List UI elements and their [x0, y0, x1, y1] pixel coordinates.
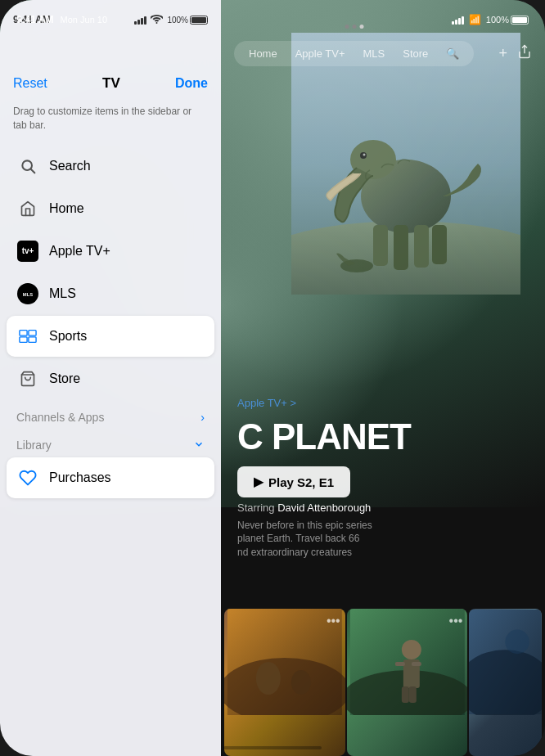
- channels-section-label: Channels & Apps: [16, 411, 104, 424]
- nav-tabs: Home Apple TV+ MLS Store 🔍: [234, 41, 474, 66]
- hero-source[interactable]: Apple TV+ >: [237, 397, 529, 409]
- nav-search-icon[interactable]: 🔍: [438, 44, 467, 63]
- store-icon: [16, 367, 39, 390]
- sidebar-item-mls[interactable]: MLS MLS: [7, 273, 214, 314]
- sidebar-item-purchases[interactable]: Purchases: [7, 457, 214, 498]
- sidebar-item-store[interactable]: Store: [7, 358, 214, 399]
- sidebar-header: Reset TV Done: [0, 33, 221, 101]
- episode-card-3[interactable]: EPISODE Oce Deep world Mosa... Details: [469, 609, 542, 756]
- episode-card-2[interactable]: ••• EPISODE 3 Swamps In a drought-strick…: [347, 609, 468, 756]
- episode-more-button-2[interactable]: •••: [449, 614, 463, 628]
- battery-indicator: 100%: [486, 15, 529, 25]
- svg-text:MLS: MLS: [23, 292, 33, 297]
- svg-point-9: [363, 154, 366, 156]
- nav-add-button[interactable]: +: [498, 45, 507, 62]
- sidebar-item-sports-label: Sports: [49, 329, 87, 344]
- sidebar-reset-button[interactable]: Reset: [13, 76, 47, 91]
- svg-point-26: [469, 650, 542, 715]
- sidebar: 9:41 AM 100% Reset TV Do: [0, 0, 221, 756]
- sidebar-item-search-label: Search: [49, 159, 91, 173]
- svg-rect-33: [29, 330, 36, 335]
- sports-icon: [16, 325, 39, 348]
- svg-rect-32: [20, 330, 27, 335]
- svg-rect-6: [414, 225, 429, 268]
- sidebar-item-mls-label: MLS: [49, 286, 76, 301]
- mls-icon: MLS: [16, 282, 39, 305]
- sidebar-item-purchases-label: Purchases: [49, 470, 111, 485]
- svg-rect-35: [29, 337, 36, 342]
- svg-point-15: [291, 670, 311, 695]
- nav-tab-store[interactable]: Store: [394, 44, 436, 63]
- svg-rect-4: [373, 225, 388, 266]
- appletv-icon: tv+: [16, 240, 39, 263]
- episode-card-1[interactable]: ••• EPISODE 2 Ends ng through a scorchin…: [224, 609, 345, 756]
- svg-rect-24: [409, 686, 417, 703]
- status-bar: 9:41 AM Mon Jun 10 📶 100%: [0, 0, 545, 33]
- svg-point-27: [506, 630, 530, 655]
- status-date: Mon Jun 10: [61, 15, 107, 25]
- hero-starring: Starring David Attenborough: [237, 502, 529, 514]
- sidebar-item-sports[interactable]: Sports: [7, 316, 214, 357]
- svg-point-13: [224, 658, 345, 715]
- nav-tab-appletv[interactable]: Apple TV+: [287, 44, 354, 63]
- svg-point-19: [402, 640, 421, 659]
- sidebar-items-list: Search Home tv+ Apple TV+: [0, 146, 221, 399]
- library-chevron-icon: [193, 439, 205, 452]
- nav-bar: Home Apple TV+ MLS Store 🔍 +: [221, 33, 545, 74]
- svg-rect-34: [20, 337, 27, 342]
- channels-section-header[interactable]: Channels & Apps ›: [0, 401, 221, 429]
- status-time: 9:41 AM: [16, 14, 54, 25]
- library-section-header[interactable]: Library: [0, 429, 221, 457]
- status-icons: 📶 100%: [452, 14, 529, 25]
- sidebar-done-button[interactable]: Done: [175, 76, 208, 91]
- svg-line-29: [31, 169, 35, 173]
- wifi-icon: 📶: [469, 14, 481, 25]
- svg-rect-7: [432, 225, 447, 264]
- sidebar-item-search[interactable]: Search: [7, 146, 214, 187]
- hero-description: Never before in this epic seriesplanet E…: [237, 519, 529, 560]
- nav-right-buttons: +: [498, 44, 532, 63]
- sidebar-title: TV: [102, 75, 120, 92]
- sidebar-item-store-label: Store: [49, 371, 80, 386]
- sidebar-item-appletv[interactable]: tv+ Apple TV+: [7, 231, 214, 272]
- play-icon: ▶: [254, 475, 263, 489]
- home-indicator: [223, 746, 322, 749]
- episode-more-button-1[interactable]: •••: [327, 614, 340, 628]
- channels-chevron-icon: ›: [200, 411, 205, 424]
- home-icon: [16, 197, 39, 220]
- library-section-label: Library: [16, 439, 52, 452]
- svg-rect-5: [394, 225, 408, 270]
- play-button-label: Play S2, E1: [268, 475, 334, 489]
- signal-icon: [452, 15, 464, 25]
- sidebar-drag-hint: Drag to customize items in the sidebar o…: [0, 101, 221, 146]
- nav-tab-home[interactable]: Home: [241, 44, 286, 63]
- svg-rect-22: [412, 662, 421, 666]
- sidebar-item-home-label: Home: [49, 201, 84, 216]
- play-button[interactable]: ▶ Play S2, E1: [237, 466, 350, 497]
- search-icon: [16, 155, 39, 178]
- svg-rect-21: [395, 662, 405, 666]
- hero-title: C PLANET: [237, 417, 529, 457]
- nav-share-button[interactable]: [517, 44, 532, 63]
- svg-rect-23: [402, 686, 409, 703]
- library-items: Purchases: [0, 457, 221, 498]
- sidebar-item-appletv-label: Apple TV+: [49, 244, 110, 259]
- svg-point-14: [256, 662, 281, 695]
- purchases-icon: [16, 466, 39, 489]
- nav-tab-mls[interactable]: MLS: [355, 44, 394, 63]
- sidebar-item-home[interactable]: Home: [7, 188, 214, 229]
